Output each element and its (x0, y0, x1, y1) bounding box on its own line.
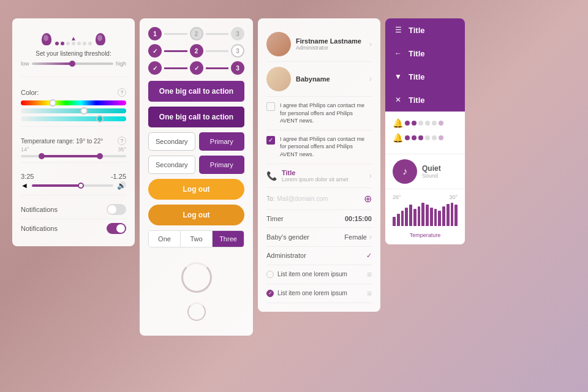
range-low-label: 14° (21, 146, 29, 153)
threshold-slider-row: low high (21, 61, 126, 67)
email-placeholder[interactable]: Mail@domain.com (277, 195, 364, 202)
brightness-slider-thumb[interactable] (96, 115, 104, 123)
nav-dot2-empty-2 (432, 135, 437, 140)
ear-icon-right (96, 33, 105, 45)
saturation-slider[interactable] (21, 108, 126, 113)
checkbox-2[interactable]: ✓ (266, 136, 275, 145)
nav-dot2-empty-1 (425, 135, 430, 140)
chevron-icon-phone: › (369, 172, 372, 180)
bar-6 (413, 209, 417, 226)
primary-btn-1[interactable]: Primary (199, 132, 245, 151)
threshold-slider-thumb[interactable] (69, 61, 75, 67)
person-name-1: Firstname Lastname (296, 37, 369, 45)
high-label: high (116, 61, 126, 67)
person-name-2: Babyname (296, 75, 369, 83)
bar-2 (397, 214, 400, 226)
phone-item[interactable]: 📞 Title Lorem ipsum dolor sit amet › (266, 164, 372, 188)
steps-row2: ✓ 2 3 (148, 44, 244, 58)
list-menu-2[interactable]: ≡ (367, 288, 372, 298)
threshold-slider-track[interactable] (32, 62, 113, 65)
volume-track[interactable] (32, 184, 113, 187)
notifications-toggle-off[interactable] (107, 204, 126, 215)
nav-item-menu[interactable]: ☰ Title (385, 18, 465, 42)
range-thumb-right[interactable] (97, 153, 103, 159)
avatar-placeholder-1 (266, 32, 291, 56)
checkbox-item-1[interactable]: I agree that Philips can contact me for … (266, 97, 372, 130)
dot (88, 42, 92, 45)
bar-7 (418, 206, 421, 226)
step-3-right: 3 (231, 44, 244, 58)
dots-row-1: 🔔 (393, 118, 458, 128)
person-item-1[interactable]: Firstname Lastname Administrator › (266, 27, 372, 62)
hue-slider-thumb[interactable] (49, 99, 56, 107)
checkbox-text-2: I agree that Philips can contact me for … (280, 135, 372, 159)
bar-9 (426, 205, 429, 226)
tab-two[interactable]: Two (181, 231, 213, 247)
btn-row-1: Secondary Primary (148, 132, 244, 151)
volume-thumb[interactable] (78, 183, 84, 189)
chevron-gender: › (369, 233, 372, 241)
phone-subtitle: Lorem ipsum dolor sit amet (282, 176, 369, 183)
ear-icon-left (42, 33, 51, 45)
bar-8 (421, 203, 424, 226)
color-info-icon[interactable]: ? (118, 88, 126, 97)
secondary-btn-2[interactable]: Secondary (148, 156, 195, 174)
volume-slider-row: ◄ 🔊 (21, 181, 126, 190)
chart-section: 26° 30° Temp (385, 189, 465, 244)
menu-icon: ☰ (393, 24, 404, 36)
dot (61, 42, 64, 45)
range-thumb-left[interactable] (39, 153, 45, 159)
add-email-button[interactable]: ⊕ (364, 193, 372, 205)
btn-row-2: Secondary Primary (148, 156, 244, 174)
bar-15 (451, 203, 454, 226)
gender-value: Female (344, 233, 367, 241)
logout-btn-2[interactable]: Log out (148, 205, 244, 225)
email-item: To: Mail@domain.com ⊕ (266, 188, 372, 210)
temp-range-low: 26° (393, 194, 401, 200)
checkbox-item-2[interactable]: ✓ I agree that Philips can contact me fo… (266, 130, 372, 164)
admin-check-icon: ✓ (366, 252, 372, 260)
range-track[interactable] (21, 155, 126, 157)
checkbox-1[interactable] (266, 102, 275, 111)
notifications-label: Notifications (21, 206, 58, 213)
saturation-slider-thumb[interactable] (80, 107, 88, 115)
speaker-high-icon: 🔊 (117, 181, 126, 190)
hue-slider[interactable] (21, 100, 126, 105)
step-2-circle-inactive: 2 (190, 27, 203, 40)
nav-dot-filled-1 (405, 121, 410, 126)
toggle-thumb (108, 205, 116, 214)
list-circle-2: ✓ (266, 290, 274, 297)
spinner-small (187, 303, 206, 321)
threshold-icons: ▲ (21, 33, 126, 45)
color-label: Color: (21, 89, 39, 96)
dots-row-2: 🔔 (393, 133, 458, 143)
person-item-2[interactable]: Babyname › (266, 62, 372, 97)
secondary-btn-1[interactable]: Secondary (148, 132, 195, 151)
chevron-icon-2: › (369, 75, 372, 83)
sound-button[interactable]: ♪ (393, 159, 417, 184)
list-menu-1[interactable]: ≡ (367, 270, 372, 279)
cta-button-1[interactable]: One big call to action (148, 81, 244, 102)
nav-item-dropdown[interactable]: ▼ Title (385, 65, 465, 88)
gender-item[interactable]: Baby's gender Female › (266, 228, 372, 247)
avatar-person1 (266, 32, 291, 56)
notifications-toggle-on[interactable] (107, 223, 126, 234)
panel-list: Firstname Lastname Administrator › Babyn… (258, 18, 380, 312)
val-right: -1.25 (111, 173, 126, 180)
tab-one[interactable]: One (149, 231, 181, 247)
cta-button-2[interactable]: One big call to action (148, 107, 244, 127)
tab-group: One Two Three (148, 230, 244, 247)
nav-item-back[interactable]: ← Title (385, 42, 465, 65)
step-line-1 (164, 33, 187, 35)
range-info-icon[interactable]: ? (118, 137, 126, 145)
bar-12 (438, 211, 441, 226)
nav-item-close[interactable]: ✕ Title (385, 88, 465, 111)
brightness-slider[interactable] (21, 116, 126, 121)
dot (72, 42, 75, 45)
dots-section-1: 🔔 🔔 (385, 111, 465, 154)
nav-dot-dim (439, 121, 443, 126)
tab-three[interactable]: Three (213, 231, 244, 247)
primary-btn-2[interactable]: Primary (199, 156, 245, 174)
logout-btn-1[interactable]: Log out (148, 179, 244, 200)
chevron-icon-1: › (369, 40, 372, 48)
